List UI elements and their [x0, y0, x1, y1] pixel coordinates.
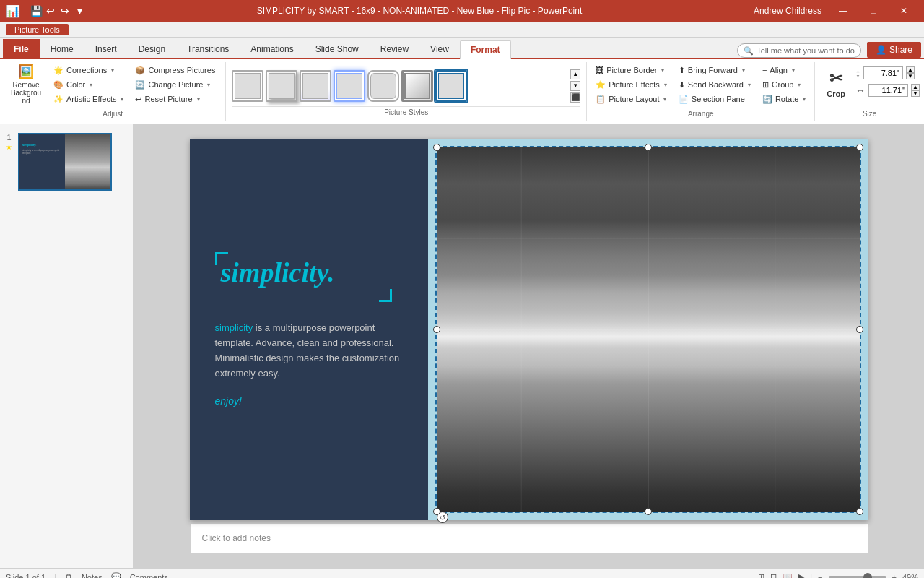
- rotate-button[interactable]: 🔄 Rotate ▾: [758, 92, 810, 105]
- compress-button[interactable]: 📦 Compress Pictures: [131, 64, 219, 77]
- handle-mid-right[interactable]: [856, 326, 863, 333]
- remove-bg-label: Remove Background: [10, 81, 42, 105]
- group-expand-icon: ▾: [798, 82, 801, 88]
- style-thumb-5[interactable]: [367, 70, 399, 102]
- slides-panel: 1 ★ simplicity. simplicity is a multipur…: [0, 124, 134, 568]
- status-bar: Slide 1 of 1 | 🗒 Notes 💬 Comments ⊞ ⊟ 📖 …: [0, 568, 924, 578]
- corrections-button[interactable]: 🌟 Corrections ▾: [49, 64, 128, 77]
- tab-animations[interactable]: Animations: [240, 39, 304, 58]
- undo-icon[interactable]: ↩: [45, 5, 56, 17]
- view-reading-icon[interactable]: 📖: [783, 572, 793, 578]
- align-button[interactable]: ≡ Align ▾: [758, 64, 810, 77]
- send-backward-icon: ⬇: [679, 80, 685, 90]
- view-presentation-icon[interactable]: ▶: [798, 572, 804, 578]
- slide-thumbnail-1[interactable]: simplicity. simplicity is a multipurpose…: [18, 133, 112, 191]
- group-button[interactable]: ⊞ Group ▾: [758, 78, 810, 91]
- color-button[interactable]: 🎨 Color ▾: [49, 78, 128, 91]
- view-slide-sorter-icon[interactable]: ⊟: [770, 572, 777, 578]
- customize-icon[interactable]: ▾: [74, 5, 85, 17]
- artistic-icon: ✨: [53, 95, 64, 104]
- view-normal-icon[interactable]: ⊞: [758, 572, 764, 578]
- handle-bot-right[interactable]: [856, 508, 863, 515]
- tab-insert[interactable]: Insert: [84, 39, 128, 58]
- zoom-value[interactable]: 49%: [902, 573, 918, 579]
- style-thumb-6[interactable]: [401, 70, 433, 102]
- gallery-expand-button[interactable]: ⬛: [570, 92, 580, 103]
- align-icon: ≡: [762, 66, 767, 74]
- height-spinner[interactable]: ▲ ▼: [906, 66, 915, 79]
- slide-canvas[interactable]: simplicity. simplicity is a multipurpose…: [190, 139, 868, 520]
- handle-bot-mid[interactable]: [645, 508, 652, 515]
- gallery-down-arrow[interactable]: ▼: [570, 81, 580, 91]
- search-bar[interactable]: 🔍 Tell me what you want to do: [737, 43, 861, 58]
- status-left: Slide 1 of 1 | 🗒 Notes 💬 Comments: [6, 572, 168, 578]
- style-thumb-3[interactable]: [300, 70, 331, 102]
- styles-gallery: [232, 70, 565, 102]
- handle-top-right[interactable]: [856, 144, 863, 151]
- user-name: Andrew Childress: [754, 6, 821, 16]
- send-backward-button[interactable]: ⬇ Send Backward ▾: [674, 78, 755, 91]
- height-input[interactable]: 7.81": [863, 66, 903, 79]
- comments-status-icon: 💬: [111, 572, 121, 578]
- tab-file[interactable]: File: [3, 39, 40, 58]
- style-thumb-7[interactable]: [435, 70, 467, 102]
- tab-format[interactable]: Format: [460, 40, 511, 59]
- maximize-button[interactable]: □: [859, 0, 888, 22]
- compress-icon: 📦: [135, 66, 145, 75]
- tab-review[interactable]: Review: [370, 39, 419, 58]
- crop-button[interactable]: ✂ Crop: [819, 64, 853, 104]
- comments-status-label[interactable]: Comments: [130, 573, 168, 579]
- tab-design[interactable]: Design: [128, 39, 176, 58]
- reset-expand-icon: ▾: [197, 96, 200, 103]
- sb-expand-icon: ▾: [748, 82, 751, 88]
- handle-top-left[interactable]: [433, 144, 440, 151]
- handle-top-mid[interactable]: [645, 144, 652, 151]
- tab-slideshow[interactable]: Slide Show: [305, 39, 370, 58]
- window-title: SIMPLICITY by SMART - 16x9 - NON-ANIMATE…: [85, 6, 754, 16]
- zoom-slider[interactable]: [829, 576, 886, 579]
- width-up[interactable]: ▲: [911, 84, 920, 90]
- picture-layout-button[interactable]: 📋 Picture Layout ▾: [591, 92, 671, 105]
- corrections-icon: 🌟: [53, 66, 64, 75]
- width-spinner[interactable]: ▲ ▼: [911, 84, 920, 97]
- bring-forward-button[interactable]: ⬆ Bring Forward ▾: [674, 64, 755, 77]
- slide-thumb-right: [65, 134, 110, 189]
- minimize-button[interactable]: —: [829, 0, 858, 22]
- zoom-plus-icon[interactable]: +: [892, 573, 897, 579]
- style-thumb-1[interactable]: [232, 70, 263, 102]
- notes-status-label[interactable]: Notes: [82, 573, 103, 579]
- notes-area[interactable]: Click to add notes: [190, 523, 868, 553]
- height-down[interactable]: ▼: [906, 73, 915, 79]
- slide-highlight-word: simplicity: [215, 322, 253, 333]
- tab-view[interactable]: View: [419, 39, 460, 58]
- width-input[interactable]: 11.71": [868, 84, 908, 97]
- artistic-effects-button[interactable]: ✨ Artistic Effects ▾: [49, 92, 128, 105]
- share-button[interactable]: 👤 Share: [867, 42, 921, 58]
- corrections-expand-icon: ▾: [111, 67, 114, 74]
- tab-home[interactable]: Home: [40, 39, 84, 58]
- handle-bot-left[interactable]: [433, 508, 440, 515]
- gallery-up-arrow[interactable]: ▲: [570, 69, 580, 79]
- zoom-minus-icon[interactable]: −: [818, 573, 822, 579]
- slide-count-status: Slide 1 of 1: [6, 573, 45, 579]
- reset-picture-button[interactable]: ↩ Reset Picture ▾: [131, 92, 219, 105]
- height-up[interactable]: ▲: [906, 66, 915, 73]
- selected-image-container[interactable]: ↺: [435, 146, 861, 513]
- style-thumb-4[interactable]: [334, 70, 365, 102]
- picture-effects-button[interactable]: ⭐ Picture Effects ▾: [591, 78, 671, 91]
- remove-background-button[interactable]: 🖼️ Remove Background: [6, 64, 46, 104]
- tab-transitions[interactable]: Transitions: [176, 39, 240, 58]
- change-picture-button[interactable]: 🔄 Change Picture ▾: [131, 78, 219, 91]
- width-down[interactable]: ▼: [911, 90, 920, 97]
- picture-border-button[interactable]: 🖼 Picture Border ▾: [591, 64, 671, 77]
- close-button[interactable]: ✕: [889, 0, 918, 22]
- height-icon: ↕: [855, 67, 860, 79]
- handle-mid-left[interactable]: [433, 326, 440, 333]
- slide-star-1: ★: [6, 143, 12, 151]
- save-icon[interactable]: 💾: [30, 5, 42, 17]
- align-expand-icon: ▾: [792, 67, 795, 74]
- redo-icon[interactable]: ↪: [59, 5, 71, 17]
- app-icon: 📊: [6, 4, 20, 18]
- selection-pane-button[interactable]: 📄 Selection Pane: [674, 92, 755, 105]
- style-thumb-2[interactable]: [266, 70, 297, 102]
